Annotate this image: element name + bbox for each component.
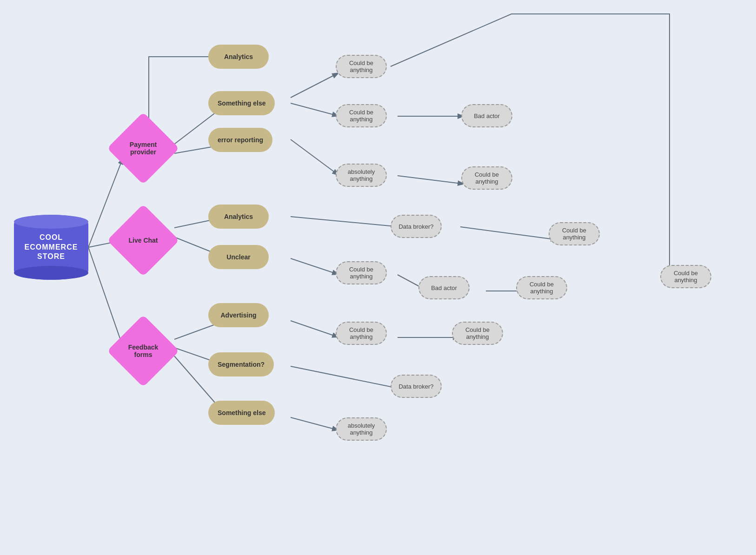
could-be-anything-top-right: Could beanything bbox=[660, 265, 711, 288]
svg-line-21 bbox=[291, 321, 339, 337]
absolutely-anything-2: absolutelyanything bbox=[336, 417, 387, 441]
analytics1-node: Analytics bbox=[208, 45, 269, 69]
live-chat-label: Live Chat bbox=[118, 215, 169, 266]
svg-line-18 bbox=[291, 258, 339, 275]
could-be-anything-1: Could beanything bbox=[336, 55, 387, 78]
could-be-anything-8: Could beanything bbox=[452, 322, 503, 345]
could-be-anything-7: Could beanything bbox=[336, 322, 387, 345]
could-be-anything-2: Could beanything bbox=[336, 104, 387, 127]
could-be-anything-5: Could beanything bbox=[336, 261, 387, 284]
payment-provider-label: Paymentprovider bbox=[118, 123, 169, 174]
svg-line-12 bbox=[291, 103, 339, 116]
segmentation-node: Segmentation? bbox=[208, 352, 274, 377]
unclear-node: Unclear bbox=[208, 245, 269, 269]
something-else2-node: Something else bbox=[208, 401, 275, 425]
error-reporting-node: error reporting bbox=[208, 128, 272, 152]
feedback-forms-container: Feedbackforms bbox=[118, 325, 173, 381]
live-chat-container: Live Chat bbox=[118, 215, 173, 271]
feedback-forms-label: Feedbackforms bbox=[118, 325, 169, 377]
something-else1-node: Something else bbox=[208, 91, 275, 115]
bad-actor-1: Bad actor bbox=[461, 104, 512, 127]
could-be-anything-6: Could beanything bbox=[516, 276, 567, 299]
data-broker-2: Data broker? bbox=[391, 375, 442, 398]
store-node: COOL ECOMMERCE STORE bbox=[14, 215, 88, 280]
svg-line-11 bbox=[291, 73, 339, 98]
svg-line-16 bbox=[291, 217, 400, 227]
advertising-node: Advertising bbox=[208, 303, 269, 327]
could-be-anything-3: Could beanything bbox=[461, 166, 512, 190]
svg-line-13 bbox=[291, 139, 339, 176]
svg-line-23 bbox=[291, 366, 400, 389]
payment-provider-container: Paymentprovider bbox=[118, 123, 173, 178]
svg-line-15 bbox=[398, 176, 465, 184]
data-broker-1: Data broker? bbox=[391, 215, 442, 238]
bad-actor-2: Bad actor bbox=[418, 276, 470, 299]
could-be-anything-4: Could beanything bbox=[549, 222, 600, 245]
absolutely-anything-1: absolutelyanything bbox=[336, 164, 387, 187]
svg-line-24 bbox=[291, 417, 339, 430]
store-label: COOL ECOMMERCE STORE bbox=[25, 233, 78, 262]
analytics2-node: Analytics bbox=[208, 205, 269, 229]
svg-line-17 bbox=[460, 227, 558, 240]
